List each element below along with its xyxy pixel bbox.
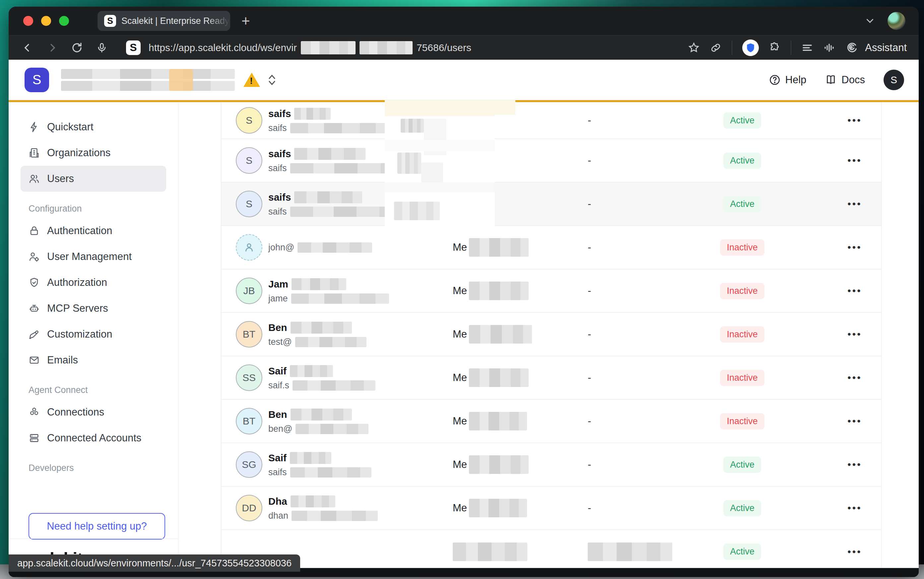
help-button[interactable]: Help: [769, 74, 806, 86]
user-name-redacted: [290, 365, 333, 377]
extensions-puzzle-icon[interactable]: [769, 42, 781, 54]
assistant-button[interactable]: Assistant: [865, 42, 907, 54]
sidebar-item-label: MCP Servers: [47, 303, 108, 314]
close-window-button[interactable]: [23, 16, 33, 26]
user-name-redacted: [291, 409, 352, 420]
sidebar-item-user-management[interactable]: User Management: [21, 244, 166, 270]
empty-value-dash: -: [588, 114, 591, 126]
assistant-wave-icon[interactable]: [845, 41, 858, 54]
row-actions-menu-icon[interactable]: •••: [835, 115, 875, 126]
url-field[interactable]: https://app.scalekit.cloud/ws/envir 7568…: [149, 41, 471, 54]
new-tab-button[interactable]: +: [242, 14, 250, 28]
redaction-blob: [394, 202, 440, 220]
row-actions-menu-icon[interactable]: •••: [835, 372, 875, 383]
membership-label: Me: [453, 372, 467, 384]
avatar: SG: [236, 451, 262, 478]
last-signin-cell: -: [588, 459, 674, 471]
workspace-name-redacted[interactable]: [61, 69, 235, 91]
environment-warning-icon: [244, 73, 260, 87]
row-actions-menu-icon[interactable]: •••: [835, 546, 875, 558]
status-badge: Inactive: [720, 413, 764, 429]
user-email: saifs: [268, 123, 287, 133]
sidebar-item-connections[interactable]: Connections: [21, 399, 166, 425]
bitwarden-extension-icon[interactable]: [742, 39, 759, 56]
voice-waveform-icon[interactable]: [823, 42, 835, 54]
membership-label: Me: [453, 459, 467, 471]
lock-icon: [28, 225, 40, 236]
brush-icon: [28, 329, 40, 340]
browser-window: S Scalekit | Enterprise Ready A +: [9, 7, 919, 577]
row-actions-menu-icon[interactable]: •••: [835, 459, 875, 470]
table-row[interactable]: S saifs saifs - Active •••: [221, 182, 881, 226]
sidebar-item-customization[interactable]: Customization: [21, 321, 166, 347]
row-actions-menu-icon[interactable]: •••: [835, 242, 875, 253]
row-actions-menu-icon[interactable]: •••: [835, 155, 875, 166]
sidebar-divider: [9, 538, 178, 539]
membership-label: Me: [453, 285, 467, 297]
workspace-switcher-chevrons-icon[interactable]: [267, 74, 276, 85]
table-row[interactable]: SG Saif saifs Me - Active •••: [221, 443, 881, 486]
row-actions-menu-icon[interactable]: •••: [835, 415, 875, 427]
sidebar-item-organizations[interactable]: Organizations: [21, 140, 166, 166]
row-actions-menu-icon[interactable]: •••: [835, 502, 875, 514]
microphone-icon[interactable]: [96, 42, 108, 53]
sidebar-item-authentication[interactable]: Authentication: [21, 218, 166, 244]
last-signin-cell: -: [588, 415, 674, 427]
table-row[interactable]: BT Ben ben@ Me - Inactive •••: [221, 400, 881, 443]
sidebar-item-label: Organizations: [47, 147, 110, 159]
user-email: ben@: [268, 424, 292, 434]
sidebar-item-connected-accounts[interactable]: Connected Accounts: [21, 425, 166, 451]
row-actions-menu-icon[interactable]: •••: [835, 198, 875, 209]
browser-profile-avatar[interactable]: [888, 12, 905, 30]
user-avatar-menu[interactable]: S: [883, 70, 904, 90]
table-row[interactable]: BT Ben test@ Me - Inactive •••: [221, 313, 881, 356]
row-actions-menu-icon[interactable]: •••: [835, 329, 875, 340]
site-favicon: S: [126, 41, 141, 55]
users-icon: [28, 173, 40, 184]
minimize-window-button[interactable]: [41, 16, 51, 26]
user-identity: saifs saifs: [268, 108, 390, 133]
sidebar-item-mcp-servers[interactable]: MCP Servers: [21, 296, 166, 321]
status-cell: Active: [711, 152, 774, 169]
bookmark-star-icon[interactable]: [688, 42, 700, 54]
empty-value-dash: -: [588, 502, 591, 514]
back-button[interactable]: [22, 42, 33, 53]
tab-scalekit[interactable]: S Scalekit | Enterprise Ready A: [98, 11, 230, 31]
copy-link-icon[interactable]: [710, 42, 722, 54]
sidebar-item-emails[interactable]: Emails: [21, 347, 166, 373]
membership-cell: Me: [453, 368, 529, 387]
table-row[interactable]: S saifs saifs - Active •••: [221, 139, 881, 182]
forward-button[interactable]: [46, 42, 58, 53]
empty-value-dash: -: [588, 155, 591, 166]
last-signin-cell: -: [588, 241, 674, 254]
sidebar-item-users[interactable]: Users: [21, 166, 166, 192]
tab-search-chevron-icon[interactable]: [864, 15, 876, 26]
avatar: SS: [236, 365, 262, 391]
table-row[interactable]: john@ Me - Inactive •••: [221, 226, 881, 269]
sidebar-item-authorization[interactable]: Authorization: [21, 270, 166, 296]
user-identity: Saif saifs: [268, 452, 371, 478]
table-row[interactable]: S saifs saifs - Active •••: [221, 102, 881, 139]
reload-button[interactable]: [71, 42, 83, 54]
docs-button[interactable]: Docs: [825, 74, 865, 86]
table-row[interactable]: SS Saif saif.s Me - Inactive •••: [221, 356, 881, 400]
table-row[interactable]: JB Jam jame Me - Inactive •••: [221, 269, 881, 313]
row-actions-menu-icon[interactable]: •••: [835, 285, 875, 296]
reading-list-icon[interactable]: [801, 42, 813, 54]
user-email: dhan: [268, 511, 288, 521]
sidebar-item-quickstart[interactable]: Quickstart: [21, 114, 166, 140]
table-row[interactable]: Active •••: [221, 530, 881, 568]
need-help-button[interactable]: Need help setting up?: [28, 513, 165, 540]
fullscreen-window-button[interactable]: [59, 16, 69, 26]
avatar: BT: [236, 321, 262, 348]
membership-cell: [453, 543, 527, 561]
last-signin-cell: -: [588, 114, 674, 126]
sidebar-item-label: Emails: [47, 354, 78, 366]
user-email-redacted: [298, 242, 372, 253]
redaction-cream-strip: [495, 100, 515, 115]
table-row[interactable]: DD Dha dhan Me - Active •••: [221, 486, 881, 530]
sidebar-item-label: Connected Accounts: [47, 432, 141, 444]
status-cell: Active: [711, 113, 774, 129]
membership-redacted: [469, 325, 532, 343]
status-cell: Inactive: [711, 413, 774, 429]
